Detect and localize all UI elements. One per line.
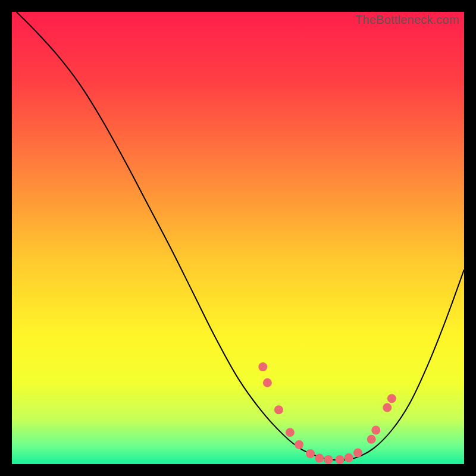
data-point: [336, 455, 345, 464]
data-point: [371, 426, 380, 435]
data-point: [387, 394, 396, 403]
data-point: [295, 440, 303, 449]
data-point: [274, 405, 283, 414]
data-point: [258, 362, 267, 371]
data-point: [367, 435, 376, 444]
chart-frame: TheBottleneck.com: [12, 12, 464, 464]
data-point: [345, 453, 353, 462]
data-point: [383, 403, 392, 412]
data-point: [324, 455, 333, 464]
data-point: [263, 378, 272, 387]
data-point: [353, 449, 362, 458]
data-point: [286, 428, 295, 437]
chart-background: [12, 12, 464, 464]
data-point: [306, 449, 315, 458]
data-point: [315, 454, 324, 463]
chart-svg: [12, 12, 464, 464]
watermark-text: TheBottleneck.com: [355, 13, 459, 27]
